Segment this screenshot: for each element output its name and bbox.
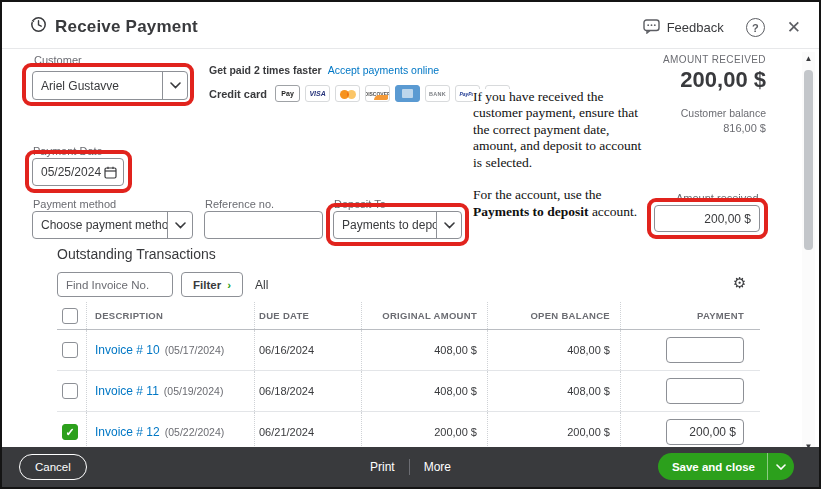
filter-label: Filter: [193, 279, 221, 291]
reference-no-input[interactable]: [205, 212, 322, 238]
discover-icon: DISCOVER: [365, 85, 390, 102]
row-checkbox[interactable]: [62, 383, 78, 399]
apple-pay-icon: Pay: [275, 85, 300, 102]
deposit-to-label: Deposit To: [334, 198, 386, 210]
annotation-note: If you have received the customer paymen…: [473, 89, 645, 224]
invoice-link[interactable]: Invoice # 11: [95, 384, 159, 398]
feedback-label: Feedback: [667, 20, 724, 35]
receive-payment-window: Receive Payment Feedback ? ✕ Customer Ar…: [0, 0, 821, 489]
find-invoice-field[interactable]: [57, 272, 173, 297]
find-invoice-input[interactable]: [58, 273, 172, 296]
invoice-date: (05/17/2024): [165, 344, 225, 356]
original-amount-cell: 408,00 $: [362, 371, 488, 411]
help-icon[interactable]: ?: [746, 18, 765, 37]
table-row: Invoice # 10 (05/17/2024) 06/16/2024 408…: [57, 330, 760, 371]
calendar-icon[interactable]: [104, 166, 123, 179]
feedback-button[interactable]: Feedback: [643, 19, 724, 37]
customer-value: Ariel Gustavve: [33, 79, 162, 93]
chevron-down-icon[interactable]: [436, 212, 461, 238]
select-all-checkbox[interactable]: [62, 308, 78, 324]
transactions-table: DESCRIPTION DUE DATE ORIGINAL AMOUNT OPE…: [57, 302, 760, 453]
reference-no-field[interactable]: [204, 211, 323, 239]
payment-method-select[interactable]: Choose payment method: [32, 211, 193, 239]
page-title: Receive Payment: [55, 17, 198, 37]
vertical-scrollbar[interactable]: ▲ ▼: [802, 52, 815, 454]
customer-balance-value: 816,00 $: [663, 122, 766, 134]
col-description: DESCRIPTION: [87, 302, 255, 329]
mastercard-icon: [335, 85, 360, 102]
col-due-date: DUE DATE: [255, 302, 362, 329]
invoice-link[interactable]: Invoice # 12: [95, 425, 160, 439]
annotation-paragraph-2: For the account, use the Payments to dep…: [473, 187, 645, 220]
payment-method-value: Choose payment method: [33, 218, 167, 232]
save-and-close-label: Save and close: [658, 453, 767, 480]
gear-icon[interactable]: ⚙: [733, 274, 746, 292]
open-balance-cell: 408,00 $: [488, 330, 621, 370]
table-row: Invoice # 11 (05/19/2024) 06/18/2024 408…: [57, 371, 760, 412]
footer-bar: Cancel Print More Save and close: [2, 447, 819, 487]
amount-received-field[interactable]: [654, 205, 760, 232]
customer-balance-label: Customer balance: [663, 107, 766, 119]
save-options-chevron-icon[interactable]: [767, 453, 794, 480]
open-balance-cell: 200,00 $: [488, 412, 621, 452]
payment-date-label: Payment Date: [33, 145, 103, 157]
due-date-cell: 06/18/2024: [255, 371, 362, 411]
invoice-date: (05/19/2024): [164, 385, 224, 397]
bank-icon: BANK: [425, 85, 450, 102]
footer-divider: [409, 459, 410, 475]
more-button[interactable]: More: [424, 460, 451, 474]
due-date-cell: 06/21/2024: [255, 412, 362, 452]
amount-received-header-label: AMOUNT RECEIVED: [663, 54, 766, 65]
save-and-close-button[interactable]: Save and close: [658, 453, 794, 480]
payment-amount-input[interactable]: [666, 378, 744, 404]
scroll-up-icon[interactable]: ▲: [802, 54, 815, 64]
visa-icon: VISA: [305, 85, 330, 102]
due-date-cell: 06/16/2024: [255, 330, 362, 370]
page-header: Receive Payment: [30, 16, 198, 37]
row-checkbox[interactable]: [62, 424, 78, 440]
filter-button[interactable]: Filter ›: [181, 272, 243, 297]
amex-icon: [395, 85, 420, 102]
credit-card-label: Credit card: [209, 88, 267, 100]
print-button[interactable]: Print: [370, 460, 395, 474]
invoice-date: (05/22/2024): [165, 426, 225, 438]
table-header-row: DESCRIPTION DUE DATE ORIGINAL AMOUNT OPE…: [57, 302, 760, 330]
col-open-balance: OPEN BALANCE: [488, 302, 621, 329]
customer-select[interactable]: Ariel Gustavve: [32, 71, 188, 100]
payment-method-label: Payment method: [33, 198, 116, 210]
payment-amount-input[interactable]: [666, 337, 744, 363]
annotation-paragraph-1: If you have received the customer paymen…: [473, 89, 645, 171]
row-checkbox[interactable]: [62, 342, 78, 358]
amount-received-label: Amount received: [676, 192, 759, 204]
deposit-to-value: Payments to deposit: [334, 218, 436, 232]
original-amount-cell: 200,00 $: [362, 412, 488, 452]
accept-payments-link[interactable]: Accept payments online: [328, 64, 439, 76]
deposit-to-select[interactable]: Payments to deposit: [333, 211, 462, 239]
original-amount-cell: 408,00 $: [362, 330, 488, 370]
amount-received-input[interactable]: [655, 206, 759, 231]
outstanding-transactions-title: Outstanding Transactions: [57, 246, 216, 262]
amount-received-header-value: 200,00 $: [663, 67, 766, 93]
payment-amount-input[interactable]: [666, 419, 744, 445]
payment-date-field[interactable]: [32, 158, 124, 186]
scrollbar-thumb[interactable]: [804, 70, 813, 250]
close-icon[interactable]: ✕: [787, 19, 801, 36]
amount-summary: AMOUNT RECEIVED 200,00 $ Customer balanc…: [663, 54, 766, 134]
col-original-amount: ORIGINAL AMOUNT: [362, 302, 488, 329]
chevron-down-icon[interactable]: [162, 72, 187, 99]
invoice-link[interactable]: Invoice # 10: [95, 343, 160, 357]
feedback-bubble-icon: [643, 19, 660, 37]
history-clock-icon[interactable]: [30, 16, 47, 37]
payment-date-input[interactable]: [33, 159, 104, 185]
reference-no-label: Reference no.: [205, 198, 274, 210]
chevron-down-icon[interactable]: [167, 212, 192, 238]
get-paid-faster-text: Get paid 2 times faster: [209, 64, 322, 76]
header-divider: [2, 48, 819, 49]
filter-chevron-icon: ›: [227, 279, 231, 291]
open-balance-cell: 408,00 $: [488, 371, 621, 411]
customer-label: Customer: [34, 54, 82, 66]
filter-status-all: All: [255, 278, 268, 292]
col-payment: PAYMENT: [621, 302, 760, 329]
